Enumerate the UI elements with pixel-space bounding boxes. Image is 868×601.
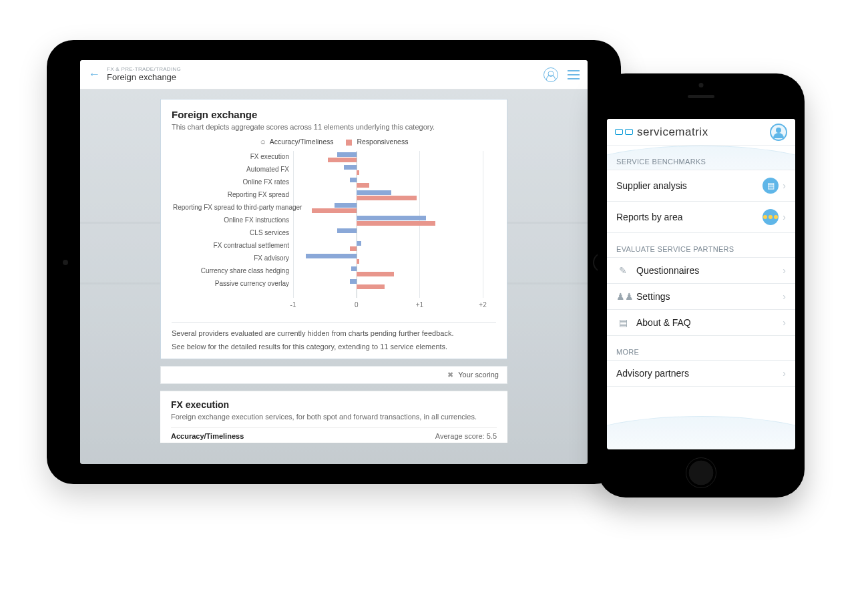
menu-label: Settings — [636, 291, 670, 302]
menu-label: About & FAQ — [636, 317, 691, 328]
chart-row-label: Online FX rates — [173, 178, 293, 186]
chart-bar — [357, 241, 362, 246]
chart-bar — [357, 259, 360, 264]
your-scoring-label: Your scoring — [458, 371, 499, 379]
phone-header: servicematrix — [607, 119, 795, 146]
chevron-right-icon: › — [783, 317, 786, 328]
menu-icon[interactable] — [568, 70, 580, 79]
decorative-wave — [607, 416, 795, 449]
chart-bar — [328, 158, 357, 162]
chart-bar — [357, 183, 369, 188]
chart-bar — [357, 284, 385, 289]
detail-metric: Accuracy/Timeliness — [171, 432, 244, 440]
chart-bar — [357, 216, 426, 220]
chart-row-label: FX contractual settlement — [173, 242, 293, 249]
axis-tick-label: +1 — [416, 301, 423, 309]
menu-item-settings[interactable]: ♟♟ Settings › — [607, 283, 795, 309]
menu-item-reports-by-area[interactable]: Reports by area › — [607, 201, 795, 233]
chart-bar — [337, 228, 356, 233]
chart-bar — [357, 190, 391, 195]
chart-row-label: Online FX instructions — [173, 216, 293, 224]
chart-badge-icon: ▤ — [763, 178, 779, 194]
menu-item-about-faq[interactable]: ▤ About & FAQ › — [607, 309, 795, 336]
chevron-right-icon: › — [783, 291, 786, 302]
menu-label: Questionnaires — [636, 265, 699, 276]
chart-bar — [351, 266, 357, 271]
legend-item-accuracy[interactable]: ☺ Accuracy/Timeliness — [260, 138, 336, 146]
page-title: Foreign exchange — [107, 73, 181, 82]
chart-bar — [335, 203, 357, 208]
chart-row: CLS services — [293, 227, 483, 240]
close-icon[interactable]: ✖ — [447, 371, 453, 379]
card-subtitle: This chart depicts aggregate scores acro… — [172, 123, 496, 131]
people-icon: ♟♟ — [616, 291, 630, 302]
detail-card: FX execution Foreign exchange execution … — [160, 391, 507, 443]
chart-row: Automated FX — [293, 164, 483, 176]
chart-row: Currency share class hedging — [293, 265, 483, 278]
chart-row-label: FX execution — [173, 153, 293, 160]
axis-tick-label: 0 — [355, 301, 359, 309]
legend-label: Accuracy/Timeliness — [270, 138, 334, 146]
card-title: Foreign exchange — [172, 109, 496, 120]
chart-row: Reporting FX spread to third-party manag… — [293, 202, 483, 214]
footer-note: See below for the detailed results for t… — [172, 343, 496, 351]
menu-item-questionnaires[interactable]: ✎ Questionnaires › — [607, 257, 795, 283]
chevron-right-icon: › — [783, 212, 786, 222]
menu-item-advisory-partners[interactable]: Advisory partners › — [607, 360, 795, 387]
chart-row-label: CLS services — [173, 229, 293, 236]
your-scoring-bar[interactable]: ✖ Your scoring — [160, 366, 507, 384]
chart-row: FX execution — [293, 151, 483, 164]
footer-note: Several providers evaluated are currentl… — [172, 329, 496, 337]
section-header: MORE — [607, 336, 795, 360]
diverging-bar-chart: -10+1+2FX executionAutomated FXOnline FX… — [172, 151, 496, 311]
menu-label: Reports by area — [616, 212, 763, 222]
chart-bar — [357, 221, 435, 226]
detail-average: Average score: 5.5 — [435, 432, 497, 440]
menu-item-supplier-analysis[interactable]: Supplier analysis ▤ › — [607, 170, 795, 201]
chevron-right-icon: › — [783, 180, 786, 191]
chart-row-label: FX advisory — [173, 254, 293, 262]
tablet-screen: ← FX & PRE-TRADE/TRADING Foreign exchang… — [80, 60, 588, 464]
section-header: SERVICE BENCHMARKS — [607, 146, 795, 170]
detail-desc: Foreign exchange execution services, for… — [171, 413, 497, 421]
back-arrow-icon[interactable]: ← — [88, 67, 100, 81]
document-icon: ▤ — [616, 317, 630, 328]
chart-bar — [344, 165, 357, 170]
axis-tick-label: -1 — [290, 301, 296, 309]
legend-swatch-icon — [346, 140, 352, 146]
tablet-device: ← FX & PRE-TRADE/TRADING Foreign exchang… — [47, 40, 621, 484]
chart-bar — [350, 246, 356, 251]
section-header: EVALUATE SERVICE PARTNERS — [607, 233, 795, 257]
user-icon[interactable] — [544, 67, 558, 82]
chart-bar — [357, 170, 360, 175]
legend-item-responsiveness[interactable]: Responsiveness — [346, 138, 408, 146]
chart-bar — [312, 208, 356, 213]
chart-row: Passive currency overlay — [293, 278, 483, 290]
phone-device: servicematrix SERVICE BENCHMARKS Supplie… — [598, 73, 805, 497]
logo-icon — [615, 129, 633, 135]
thumbs-up-icon: ☺ — [260, 138, 267, 146]
home-button[interactable] — [686, 457, 716, 488]
chart-bar — [350, 178, 356, 182]
chart-row-label: Reporting FX spread to third-party manag… — [173, 204, 293, 211]
chart-row-label: Currency share class hedging — [173, 267, 293, 274]
chart-bar — [357, 196, 417, 200]
chevron-right-icon: › — [783, 368, 786, 379]
chart-row-label: Passive currency overlay — [173, 280, 293, 287]
phone-screen: servicematrix SERVICE BENCHMARKS Supplie… — [607, 119, 795, 449]
phone-camera — [699, 83, 704, 87]
chart-row-label: Automated FX — [173, 166, 293, 173]
chart-row-label: Reporting FX spread — [173, 191, 293, 198]
detail-title: FX execution — [171, 399, 497, 410]
chart-row: Reporting FX spread — [293, 189, 483, 202]
user-avatar-icon[interactable] — [770, 124, 787, 141]
chevron-right-icon: › — [783, 265, 786, 276]
chart-row: FX contractual settlement — [293, 240, 483, 252]
chart-bar — [357, 272, 395, 276]
stars-badge-icon — [763, 209, 779, 225]
logo-text: servicematrix — [637, 126, 708, 139]
chart-row: Online FX instructions — [293, 214, 483, 227]
legend-label: Responsiveness — [357, 138, 408, 146]
menu-label: Advisory partners — [616, 368, 689, 379]
chart-bar — [350, 279, 356, 284]
